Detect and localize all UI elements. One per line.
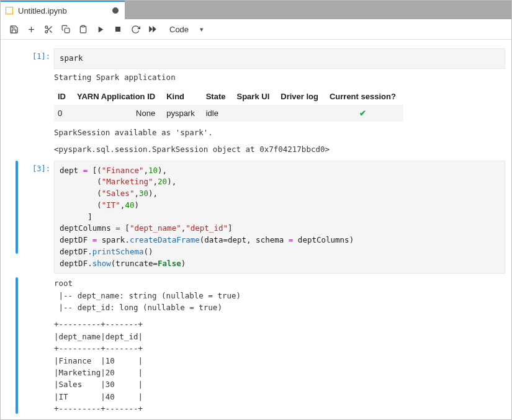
cell-gutter <box>1 48 18 157</box>
svg-line-6 <box>47 28 48 29</box>
insert-cell-button[interactable] <box>23 21 39 37</box>
add-icon <box>27 25 36 34</box>
runall-icon <box>148 25 158 34</box>
cell-1: [1]: spark Starting Spark application ID… <box>1 48 511 157</box>
svg-rect-7 <box>65 28 70 33</box>
svg-marker-11 <box>149 26 153 33</box>
tab-bar: Untitled.ipynb <box>1 1 511 19</box>
th-yarn: YARN Application ID <box>73 88 163 105</box>
cell-3-output: root |-- dept_name: string (nullable = t… <box>1 274 511 416</box>
cell-3: [3]: dept = [("Finance",10), ("Marketing… <box>1 161 511 274</box>
celltype-select[interactable]: Code ▾ <box>169 25 204 34</box>
output-text: <pyspark.sql.session.SparkSession object… <box>54 140 505 156</box>
th-sparkui: Spark UI <box>233 88 277 105</box>
code-text: spark <box>60 53 83 63</box>
cell-prompt: [1]: <box>18 48 54 157</box>
output-text: SparkSession available as 'spark'. <box>54 123 505 140</box>
th-driverlog: Driver log <box>277 88 326 105</box>
code-input[interactable]: dept = [("Finance",10), ("Marketing",20)… <box>54 161 505 274</box>
code-input[interactable]: spark <box>54 48 505 69</box>
td-kind: pyspark <box>163 105 202 122</box>
tab-title: Untitled.ipynb <box>18 6 107 16</box>
notebook-icon <box>6 7 13 14</box>
th-id: ID <box>54 88 73 105</box>
run-all-button[interactable] <box>145 21 161 37</box>
paste-icon <box>79 25 88 34</box>
run-icon <box>97 25 105 34</box>
check-icon: ✔ <box>359 109 366 118</box>
th-state: State <box>202 88 233 105</box>
th-kind: Kind <box>163 88 202 105</box>
celltype-label: Code <box>169 25 189 34</box>
save-button[interactable] <box>6 21 22 37</box>
jupyterlab-window: Untitled.ipynb <box>0 0 512 420</box>
output-schema: root |-- dept_name: string (nullable = t… <box>54 274 505 315</box>
td-current: ✔ <box>326 105 403 122</box>
cell-gutter <box>1 161 18 274</box>
svg-rect-8 <box>82 25 85 27</box>
cut-button[interactable] <box>40 21 56 37</box>
svg-point-3 <box>45 30 47 33</box>
cell-prompt-empty <box>18 274 54 416</box>
interrupt-button[interactable] <box>110 21 126 37</box>
svg-line-5 <box>50 30 52 32</box>
restart-icon <box>131 25 140 34</box>
td-id: 0 <box>54 105 73 122</box>
td-sparkui <box>233 105 277 122</box>
output-text: Starting Spark application <box>54 69 505 84</box>
svg-point-2 <box>45 25 47 28</box>
copy-icon <box>61 25 70 34</box>
output-html-table: ID YARN Application ID Kind State Spark … <box>54 84 505 123</box>
svg-rect-10 <box>115 27 120 32</box>
th-current: Current session? <box>326 88 403 105</box>
paste-button[interactable] <box>75 21 91 37</box>
td-state: idle <box>202 105 233 122</box>
svg-marker-9 <box>98 26 103 32</box>
notebook-toolbar: Code ▾ <box>1 19 511 40</box>
spark-app-table: ID YARN Application ID Kind State Spark … <box>54 88 403 122</box>
svg-marker-12 <box>153 26 156 33</box>
cut-icon <box>44 25 53 34</box>
chevron-down-icon: ▾ <box>200 25 204 34</box>
cell-prompt: [3]: <box>18 161 54 274</box>
cell-gutter <box>1 274 18 416</box>
td-driverlog <box>277 105 326 122</box>
stop-icon <box>114 25 122 33</box>
td-yarn: None <box>73 105 163 122</box>
dirty-indicator-icon <box>112 7 119 14</box>
output-dataframe: +---------+-------+ |dept_name|dept_id| … <box>54 315 505 416</box>
notebook-scroll-area[interactable]: [1]: spark Starting Spark application ID… <box>1 40 511 419</box>
copy-button[interactable] <box>58 21 74 37</box>
table-row: 0 None pyspark idle ✔ <box>54 105 403 122</box>
run-button[interactable] <box>92 21 109 37</box>
restart-button[interactable] <box>127 21 143 37</box>
save-icon <box>9 25 19 34</box>
tab-untitled[interactable]: Untitled.ipynb <box>1 1 125 19</box>
table-header-row: ID YARN Application ID Kind State Spark … <box>54 88 403 105</box>
